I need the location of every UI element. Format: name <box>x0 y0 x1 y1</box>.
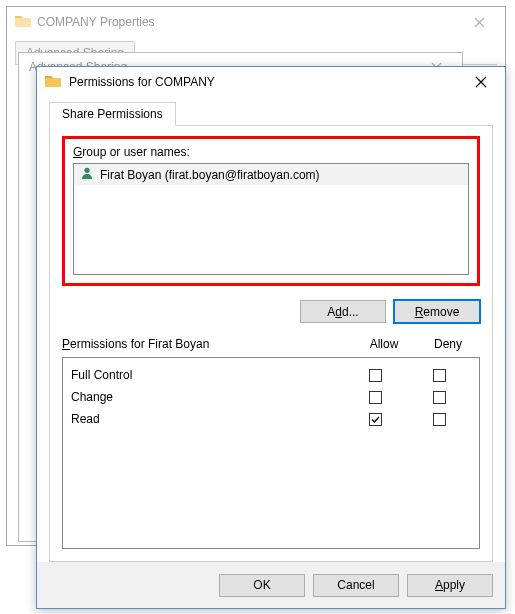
checkbox-allow-read[interactable] <box>369 413 382 426</box>
permissions-dialog: Permissions for COMPANY Share Permission… <box>36 66 506 609</box>
permissions-for-label: Permissions for Firat Boyan <box>62 337 352 351</box>
tab-share-permissions[interactable]: Share Permissions <box>49 102 176 126</box>
permission-name: Full Control <box>71 368 343 382</box>
background-dialog-properties-titlebar: COMPANY Properties <box>7 7 505 37</box>
permission-row: Change <box>71 386 471 408</box>
folder-icon <box>15 14 31 31</box>
group-user-names-label: Group or user names: <box>73 145 469 159</box>
checkbox-deny-change[interactable] <box>433 391 446 404</box>
permissions-header: Permissions for Firat Boyan Allow Deny <box>62 337 480 351</box>
highlight-group-users: Group or user names: Firat Boyan (firat.… <box>62 136 480 286</box>
svg-point-0 <box>84 168 89 173</box>
checkbox-allow-full-control[interactable] <box>369 369 382 382</box>
permissions-dialog-title: Permissions for COMPANY <box>69 75 459 89</box>
background-dialog-properties-title: COMPANY Properties <box>37 15 459 29</box>
user-display-name: Firat Boyan (firat.boyan@firatboyan.com) <box>100 168 320 182</box>
checkbox-deny-full-control[interactable] <box>433 369 446 382</box>
permission-name: Read <box>71 412 343 426</box>
close-button[interactable] <box>459 68 503 96</box>
add-button[interactable]: Add... <box>300 300 386 323</box>
column-allow: Allow <box>352 337 416 351</box>
permissions-dialog-titlebar[interactable]: Permissions for COMPANY <box>37 67 505 97</box>
close-icon <box>459 10 499 34</box>
permission-row: Full Control <box>71 364 471 386</box>
dialog-footer: OK Cancel Apply <box>37 562 505 608</box>
folder-icon <box>45 74 61 91</box>
apply-button[interactable]: Apply <box>407 574 493 597</box>
column-deny: Deny <box>416 337 480 351</box>
permission-row: Read <box>71 408 471 430</box>
user-list[interactable]: Firat Boyan (firat.boyan@firatboyan.com) <box>73 163 469 275</box>
checkbox-deny-read[interactable] <box>433 413 446 426</box>
checkbox-allow-change[interactable] <box>369 391 382 404</box>
permissions-list: Full Control Change Read <box>62 357 480 549</box>
remove-button[interactable]: Remove <box>394 300 480 323</box>
permission-name: Change <box>71 390 343 404</box>
cancel-button[interactable]: Cancel <box>313 574 399 597</box>
list-item[interactable]: Firat Boyan (firat.boyan@firatboyan.com) <box>74 164 468 185</box>
user-icon <box>80 166 94 183</box>
tab-panel: Group or user names: Firat Boyan (firat.… <box>49 125 493 562</box>
ok-button[interactable]: OK <box>219 574 305 597</box>
